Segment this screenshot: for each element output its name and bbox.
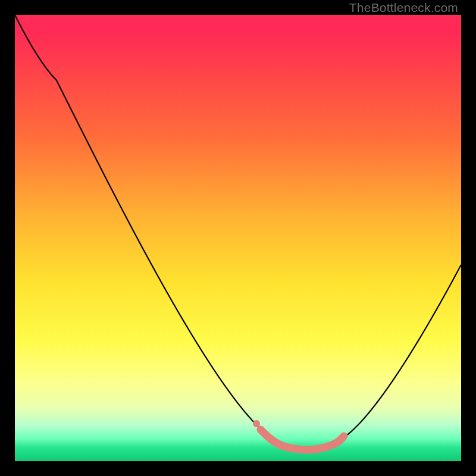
attribution-text: TheBottleneck.com bbox=[349, 1, 458, 15]
bottleneck-curve bbox=[15, 15, 461, 449]
sweet-spot-start-dot bbox=[253, 420, 260, 427]
curve-layer bbox=[15, 15, 461, 461]
sweet-spot-highlight bbox=[261, 430, 344, 450]
chart-stage: TheBottleneck.com bbox=[0, 0, 476, 476]
plot-area bbox=[15, 15, 461, 461]
